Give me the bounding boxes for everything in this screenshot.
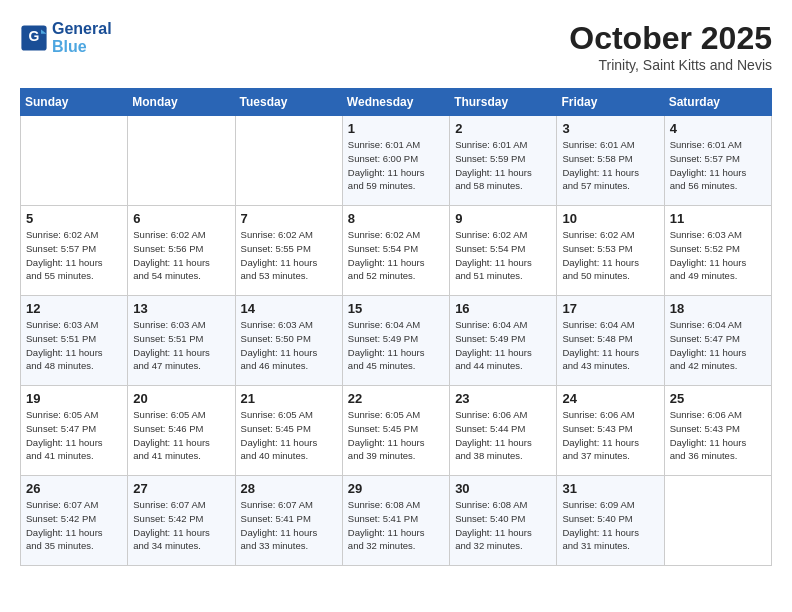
day-info: Sunrise: 6:02 AMSunset: 5:53 PMDaylight:… xyxy=(562,228,658,283)
weekday-header-thursday: Thursday xyxy=(450,89,557,116)
svg-text:G: G xyxy=(29,27,40,43)
day-cell xyxy=(21,116,128,206)
day-info: Sunrise: 6:02 AMSunset: 5:57 PMDaylight:… xyxy=(26,228,122,283)
day-number: 5 xyxy=(26,211,122,226)
day-cell: 24Sunrise: 6:06 AMSunset: 5:43 PMDayligh… xyxy=(557,386,664,476)
day-number: 26 xyxy=(26,481,122,496)
weekday-header-wednesday: Wednesday xyxy=(342,89,449,116)
day-cell: 1Sunrise: 6:01 AMSunset: 6:00 PMDaylight… xyxy=(342,116,449,206)
day-number: 6 xyxy=(133,211,229,226)
day-cell: 2Sunrise: 6:01 AMSunset: 5:59 PMDaylight… xyxy=(450,116,557,206)
weekday-header-sunday: Sunday xyxy=(21,89,128,116)
day-info: Sunrise: 6:02 AMSunset: 5:55 PMDaylight:… xyxy=(241,228,337,283)
day-cell: 6Sunrise: 6:02 AMSunset: 5:56 PMDaylight… xyxy=(128,206,235,296)
day-info: Sunrise: 6:08 AMSunset: 5:40 PMDaylight:… xyxy=(455,498,551,553)
day-info: Sunrise: 6:03 AMSunset: 5:51 PMDaylight:… xyxy=(26,318,122,373)
day-cell xyxy=(235,116,342,206)
logo-name-line2: Blue xyxy=(52,38,112,56)
day-info: Sunrise: 6:05 AMSunset: 5:45 PMDaylight:… xyxy=(241,408,337,463)
day-info: Sunrise: 6:01 AMSunset: 5:57 PMDaylight:… xyxy=(670,138,766,193)
day-cell: 27Sunrise: 6:07 AMSunset: 5:42 PMDayligh… xyxy=(128,476,235,566)
logo: G General Blue xyxy=(20,20,112,55)
day-info: Sunrise: 6:05 AMSunset: 5:45 PMDaylight:… xyxy=(348,408,444,463)
title-area: October 2025 Trinity, Saint Kitts and Ne… xyxy=(569,20,772,73)
day-info: Sunrise: 6:01 AMSunset: 5:59 PMDaylight:… xyxy=(455,138,551,193)
day-info: Sunrise: 6:06 AMSunset: 5:43 PMDaylight:… xyxy=(562,408,658,463)
week-row-4: 19Sunrise: 6:05 AMSunset: 5:47 PMDayligh… xyxy=(21,386,772,476)
day-number: 19 xyxy=(26,391,122,406)
day-info: Sunrise: 6:06 AMSunset: 5:44 PMDaylight:… xyxy=(455,408,551,463)
weekday-header-saturday: Saturday xyxy=(664,89,771,116)
day-number: 16 xyxy=(455,301,551,316)
day-cell: 22Sunrise: 6:05 AMSunset: 5:45 PMDayligh… xyxy=(342,386,449,476)
day-number: 10 xyxy=(562,211,658,226)
day-cell: 26Sunrise: 6:07 AMSunset: 5:42 PMDayligh… xyxy=(21,476,128,566)
day-number: 24 xyxy=(562,391,658,406)
day-number: 20 xyxy=(133,391,229,406)
day-info: Sunrise: 6:05 AMSunset: 5:47 PMDaylight:… xyxy=(26,408,122,463)
day-number: 8 xyxy=(348,211,444,226)
day-cell: 30Sunrise: 6:08 AMSunset: 5:40 PMDayligh… xyxy=(450,476,557,566)
day-cell: 16Sunrise: 6:04 AMSunset: 5:49 PMDayligh… xyxy=(450,296,557,386)
day-info: Sunrise: 6:02 AMSunset: 5:54 PMDaylight:… xyxy=(348,228,444,283)
day-number: 14 xyxy=(241,301,337,316)
day-info: Sunrise: 6:06 AMSunset: 5:43 PMDaylight:… xyxy=(670,408,766,463)
day-cell: 17Sunrise: 6:04 AMSunset: 5:48 PMDayligh… xyxy=(557,296,664,386)
day-number: 30 xyxy=(455,481,551,496)
day-cell: 3Sunrise: 6:01 AMSunset: 5:58 PMDaylight… xyxy=(557,116,664,206)
day-info: Sunrise: 6:04 AMSunset: 5:49 PMDaylight:… xyxy=(348,318,444,373)
day-cell: 28Sunrise: 6:07 AMSunset: 5:41 PMDayligh… xyxy=(235,476,342,566)
day-number: 2 xyxy=(455,121,551,136)
day-number: 12 xyxy=(26,301,122,316)
header: G General Blue October 2025 Trinity, Sai… xyxy=(20,20,772,73)
day-info: Sunrise: 6:01 AMSunset: 5:58 PMDaylight:… xyxy=(562,138,658,193)
day-cell: 21Sunrise: 6:05 AMSunset: 5:45 PMDayligh… xyxy=(235,386,342,476)
day-info: Sunrise: 6:09 AMSunset: 5:40 PMDaylight:… xyxy=(562,498,658,553)
location-subtitle: Trinity, Saint Kitts and Nevis xyxy=(569,57,772,73)
day-number: 29 xyxy=(348,481,444,496)
day-cell: 10Sunrise: 6:02 AMSunset: 5:53 PMDayligh… xyxy=(557,206,664,296)
month-title: October 2025 xyxy=(569,20,772,57)
day-number: 22 xyxy=(348,391,444,406)
day-cell: 29Sunrise: 6:08 AMSunset: 5:41 PMDayligh… xyxy=(342,476,449,566)
day-cell: 7Sunrise: 6:02 AMSunset: 5:55 PMDaylight… xyxy=(235,206,342,296)
day-cell xyxy=(128,116,235,206)
day-cell: 11Sunrise: 6:03 AMSunset: 5:52 PMDayligh… xyxy=(664,206,771,296)
day-number: 21 xyxy=(241,391,337,406)
calendar-page: G General Blue October 2025 Trinity, Sai… xyxy=(0,0,792,576)
weekday-header-friday: Friday xyxy=(557,89,664,116)
weekday-header-monday: Monday xyxy=(128,89,235,116)
day-number: 18 xyxy=(670,301,766,316)
day-number: 17 xyxy=(562,301,658,316)
day-number: 7 xyxy=(241,211,337,226)
day-number: 23 xyxy=(455,391,551,406)
day-cell: 20Sunrise: 6:05 AMSunset: 5:46 PMDayligh… xyxy=(128,386,235,476)
day-info: Sunrise: 6:02 AMSunset: 5:54 PMDaylight:… xyxy=(455,228,551,283)
day-number: 9 xyxy=(455,211,551,226)
week-row-2: 5Sunrise: 6:02 AMSunset: 5:57 PMDaylight… xyxy=(21,206,772,296)
day-number: 31 xyxy=(562,481,658,496)
day-info: Sunrise: 6:03 AMSunset: 5:51 PMDaylight:… xyxy=(133,318,229,373)
day-info: Sunrise: 6:02 AMSunset: 5:56 PMDaylight:… xyxy=(133,228,229,283)
day-number: 25 xyxy=(670,391,766,406)
day-cell: 18Sunrise: 6:04 AMSunset: 5:47 PMDayligh… xyxy=(664,296,771,386)
logo-name-line1: General xyxy=(52,20,112,38)
weekday-header-tuesday: Tuesday xyxy=(235,89,342,116)
day-info: Sunrise: 6:04 AMSunset: 5:47 PMDaylight:… xyxy=(670,318,766,373)
day-cell: 12Sunrise: 6:03 AMSunset: 5:51 PMDayligh… xyxy=(21,296,128,386)
day-info: Sunrise: 6:07 AMSunset: 5:42 PMDaylight:… xyxy=(26,498,122,553)
week-row-3: 12Sunrise: 6:03 AMSunset: 5:51 PMDayligh… xyxy=(21,296,772,386)
day-cell: 19Sunrise: 6:05 AMSunset: 5:47 PMDayligh… xyxy=(21,386,128,476)
day-info: Sunrise: 6:07 AMSunset: 5:42 PMDaylight:… xyxy=(133,498,229,553)
day-cell: 13Sunrise: 6:03 AMSunset: 5:51 PMDayligh… xyxy=(128,296,235,386)
calendar-table: SundayMondayTuesdayWednesdayThursdayFrid… xyxy=(20,88,772,566)
week-row-5: 26Sunrise: 6:07 AMSunset: 5:42 PMDayligh… xyxy=(21,476,772,566)
day-cell: 14Sunrise: 6:03 AMSunset: 5:50 PMDayligh… xyxy=(235,296,342,386)
day-number: 27 xyxy=(133,481,229,496)
day-cell: 4Sunrise: 6:01 AMSunset: 5:57 PMDaylight… xyxy=(664,116,771,206)
day-info: Sunrise: 6:05 AMSunset: 5:46 PMDaylight:… xyxy=(133,408,229,463)
day-number: 13 xyxy=(133,301,229,316)
day-info: Sunrise: 6:04 AMSunset: 5:49 PMDaylight:… xyxy=(455,318,551,373)
day-number: 4 xyxy=(670,121,766,136)
day-number: 15 xyxy=(348,301,444,316)
